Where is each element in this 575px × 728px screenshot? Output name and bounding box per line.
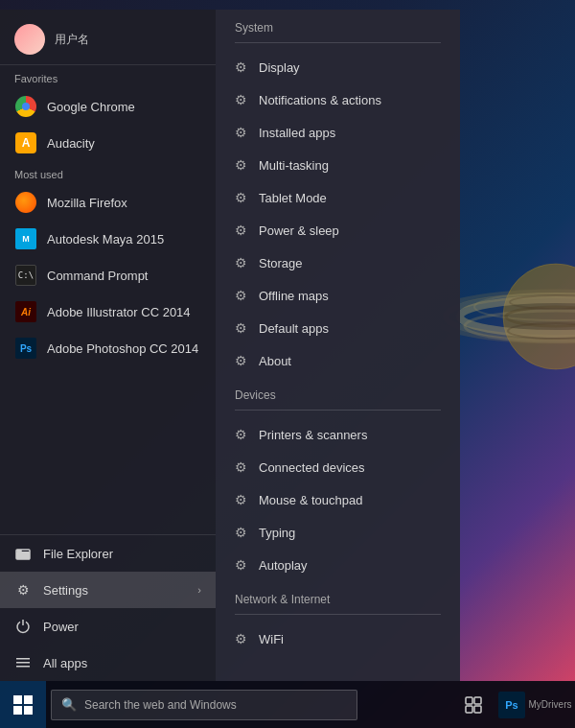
search-placeholder: Search the web and Windows [84, 698, 237, 712]
settings-connected-devices-label: Connected devices [259, 460, 365, 475]
avatar [14, 24, 45, 55]
ps-taskbar-icon[interactable]: Ps [496, 690, 527, 720]
svg-rect-14 [16, 662, 30, 664]
settings-tablet-mode-label: Tablet Mode [259, 191, 327, 205]
settings-display[interactable]: ⚙ Display [216, 51, 460, 83]
bottom-items: File Explorer ⚙ Settings › Power [0, 534, 216, 681]
gear-icon-tablet-mode: ⚙ [235, 190, 247, 205]
app-label-chrome: Google Chrome [47, 100, 135, 114]
gear-icon-connected-devices: ⚙ [235, 459, 247, 475]
svg-rect-15 [16, 666, 30, 668]
gear-icon-storage: ⚙ [235, 255, 247, 270]
settings-offline-maps[interactable]: ⚙ Offline maps [216, 279, 460, 312]
gear-icon-installed-apps: ⚙ [235, 125, 247, 140]
gear-icon-display: ⚙ [235, 59, 247, 75]
app-item-cmd[interactable]: C:\ Command Prompt [0, 257, 216, 294]
settings-storage[interactable]: ⚙ Storage [216, 247, 460, 279]
power-icon [14, 618, 32, 635]
user-name: 用户名 [55, 32, 89, 48]
settings-notifications[interactable]: ⚙ Notifications & actions [216, 83, 460, 116]
gear-icon-power-sleep: ⚙ [235, 223, 247, 238]
watermark-text: MyDrivers [529, 699, 572, 710]
firefox-icon [14, 191, 37, 214]
settings-tablet-mode[interactable]: ⚙ Tablet Mode [216, 181, 460, 214]
settings-default-apps[interactable]: ⚙ Default apps [216, 312, 460, 344]
gear-icon-mouse: ⚙ [235, 492, 247, 507]
settings-wifi[interactable]: ⚙ WiFi [216, 622, 460, 655]
app-item-chrome[interactable]: Google Chrome [0, 88, 216, 125]
svg-rect-18 [466, 706, 472, 713]
settings-typing[interactable]: ⚙ Typing [216, 516, 460, 549]
settings-icon: ⚙ [14, 581, 32, 599]
gear-icon-printers: ⚙ [235, 427, 247, 442]
app-item-ai[interactable]: Ai Adobe Illustrator CC 2014 [0, 294, 216, 330]
taskbar: 🔍 Search the web and Windows Ps MyDriver… [0, 681, 575, 728]
windows-icon [13, 695, 33, 715]
spacer [0, 366, 216, 534]
planet-decoration [441, 77, 575, 556]
app-label-maya: Autodesk Maya 2015 [47, 232, 164, 247]
right-panel: System ⚙ Display ⚙ Notifications & actio… [216, 10, 460, 681]
gear-icon-wifi: ⚙ [235, 631, 247, 646]
gear-icon-offline-maps: ⚙ [235, 288, 247, 303]
settings-mouse-label: Mouse & touchpad [259, 493, 362, 507]
settings-power-sleep-label: Power & sleep [259, 223, 339, 238]
app-item-audacity[interactable]: A Audacity [0, 125, 216, 161]
most-used-label: Most used [0, 161, 216, 184]
power-item[interactable]: Power [0, 608, 216, 645]
gear-icon-default-apps: ⚙ [235, 320, 247, 336]
settings-autoplay[interactable]: ⚙ Autoplay [216, 549, 460, 581]
settings-about[interactable]: ⚙ About [216, 344, 460, 377]
settings-autoplay-label: Autoplay [259, 558, 308, 573]
left-panel: 用户名 Favorites Google Chrome A Audacity M… [0, 10, 216, 681]
settings-wifi-label: WiFi [259, 632, 284, 646]
svg-rect-16 [466, 697, 472, 704]
svg-point-0 [503, 264, 575, 369]
all-apps-label: All apps [43, 656, 87, 670]
gear-icon-autoplay: ⚙ [235, 557, 247, 573]
app-item-ps[interactable]: Ps Adobe Photoshop CC 2014 [0, 330, 216, 366]
settings-installed-apps[interactable]: ⚙ Installed apps [216, 116, 460, 149]
system-section-title: System [216, 10, 460, 42]
settings-power-sleep[interactable]: ⚙ Power & sleep [216, 214, 460, 247]
start-menu: 用户名 Favorites Google Chrome A Audacity M… [0, 10, 460, 681]
settings-about-label: About [259, 354, 291, 368]
svg-rect-17 [474, 697, 481, 704]
all-apps-icon [14, 654, 32, 671]
settings-offline-maps-label: Offline maps [259, 289, 329, 303]
audacity-icon: A [14, 131, 37, 154]
app-label-audacity: Audacity [47, 136, 95, 151]
settings-item[interactable]: ⚙ Settings › [0, 572, 216, 608]
gear-icon-multitasking: ⚙ [235, 157, 247, 173]
app-item-firefox[interactable]: Mozilla Firefox [0, 184, 216, 221]
settings-mouse[interactable]: ⚙ Mouse & touchpad [216, 483, 460, 516]
settings-multitasking-label: Multi-tasking [259, 158, 329, 173]
system-divider [235, 42, 441, 43]
settings-printers[interactable]: ⚙ Printers & scanners [216, 418, 460, 451]
settings-notifications-label: Notifications & actions [259, 93, 381, 107]
power-label: Power [43, 620, 79, 634]
task-view-icon[interactable] [458, 690, 489, 720]
taskbar-right: Ps MyDrivers [458, 690, 575, 720]
svg-rect-12 [16, 552, 30, 559]
svg-rect-19 [474, 706, 481, 713]
start-button[interactable] [0, 681, 46, 728]
devices-divider [235, 410, 441, 411]
settings-multitasking[interactable]: ⚙ Multi-tasking [216, 149, 460, 181]
file-explorer-item[interactable]: File Explorer [0, 535, 216, 572]
app-item-maya[interactable]: M Autodesk Maya 2015 [0, 221, 216, 257]
settings-storage-label: Storage [259, 256, 303, 270]
file-explorer-icon [14, 545, 32, 562]
cmd-icon: C:\ [14, 264, 37, 287]
settings-connected-devices[interactable]: ⚙ Connected devices [216, 451, 460, 483]
user-profile[interactable]: 用户名 [0, 10, 216, 65]
gear-icon-about: ⚙ [235, 353, 247, 368]
gear-icon-notifications: ⚙ [235, 92, 247, 107]
search-icon: 🔍 [61, 697, 77, 712]
gear-icon-typing: ⚙ [235, 525, 247, 540]
all-apps-item[interactable]: All apps [0, 645, 216, 681]
settings-display-label: Display [259, 60, 300, 75]
app-label-ai: Adobe Illustrator CC 2014 [47, 305, 191, 319]
network-divider [235, 614, 441, 615]
search-bar[interactable]: 🔍 Search the web and Windows [51, 690, 357, 720]
